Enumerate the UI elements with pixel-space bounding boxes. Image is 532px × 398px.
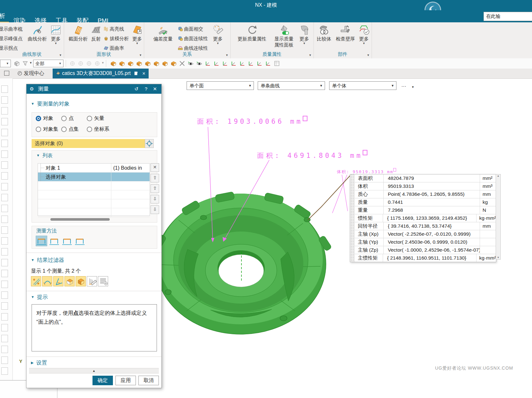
list-row-select-object[interactable]: 选择对象 — [38, 173, 150, 181]
filter-radius-icon[interactable] — [42, 276, 52, 286]
close-icon[interactable]: ✕ — [153, 84, 157, 94]
eye-icon[interactable] — [187, 60, 194, 67]
window-restore-icon[interactable] — [4, 71, 9, 76]
select-object-bar[interactable]: 选择对象 (0) — [32, 139, 147, 148]
snap-point-button[interactable] — [145, 139, 154, 148]
gear-icon[interactable]: ⚙ — [30, 84, 34, 94]
corner-cube-icon[interactable] — [118, 60, 125, 67]
scope-select-single-body[interactable]: 单个体▼ — [329, 81, 396, 90]
group-caret-icon[interactable]: ▼ — [59, 54, 62, 57]
filter-volume-icon[interactable] — [76, 276, 86, 286]
flange-cube-icon[interactable] — [136, 60, 143, 67]
rib-cube-icon[interactable] — [161, 60, 168, 67]
move-up-icon[interactable]: ⇧ — [151, 184, 159, 193]
check-wall-thickness-button[interactable]: 检查壁厚 — [333, 23, 358, 42]
radio-csys[interactable]: 坐标系 — [87, 126, 109, 133]
filter-angle-icon[interactable] — [53, 276, 63, 286]
grid-box-icon[interactable] — [273, 60, 280, 67]
menu-tab-analysis-partial[interactable]: 析 — [0, 10, 9, 23]
selection-cube-icon[interactable] — [13, 60, 20, 67]
method-spanning-icon[interactable] — [74, 236, 85, 246]
wcs-rotate-icon[interactable] — [230, 60, 237, 67]
hide-cross-icon[interactable] — [179, 60, 186, 67]
part-3d-model[interactable] — [153, 192, 332, 334]
toggle-show-curvature-comb[interactable]: 显示曲率梳 — [0, 24, 23, 34]
assembly-cube-icon[interactable] — [170, 60, 177, 67]
method-free-icon[interactable] — [36, 236, 47, 246]
filter-area-icon[interactable] — [64, 276, 75, 286]
method-chain-icon[interactable] — [61, 236, 73, 246]
filter-measure-fan-icon[interactable] — [87, 276, 97, 286]
radio-point-set[interactable]: 点集 — [61, 126, 79, 133]
move-to-bottom-icon[interactable]: ⇩ — [151, 205, 159, 214]
section-filter-title[interactable]: ▼结果过滤器 — [31, 256, 64, 264]
wcs-origin-icon[interactable] — [213, 60, 220, 67]
section-settings-title[interactable]: ▶设置 — [31, 359, 47, 366]
table-drag-grip[interactable] — [350, 174, 355, 262]
reset-icon[interactable]: ↺ — [134, 84, 138, 94]
remove-item-icon[interactable]: ✕ — [151, 163, 159, 172]
zy-axes-icon[interactable] — [265, 60, 272, 67]
highlight-lines-button[interactable]: 高亮线 — [103, 24, 129, 34]
xc-axes-icon[interactable] — [248, 60, 255, 67]
wcs-drag-icon[interactable] — [204, 60, 211, 67]
face-shape-more-button[interactable]: 更多▼ — [131, 23, 144, 45]
update-mass-properties-button[interactable]: 更新质量属性 — [234, 23, 270, 42]
ok-button[interactable]: 确定 — [92, 376, 113, 385]
compare-bodies-button[interactable]: 比较体 — [315, 23, 333, 42]
filter-annotation-list-icon[interactable] — [98, 276, 108, 286]
group-caret-icon[interactable]: ▼ — [225, 54, 228, 57]
radio-vector[interactable]: 矢量 — [87, 115, 104, 122]
scope-dropdown[interactable]: ▼ — [0, 60, 11, 67]
object-list[interactable]: 对象 1 (1) Bodies in 选择对象 — [38, 163, 150, 216]
surface-continuity-button[interactable]: 曲面连续性 — [178, 34, 208, 43]
relations-more-button[interactable]: 更多▼ — [211, 23, 224, 45]
deviation-gauge-button[interactable]: 偏差度量 — [149, 23, 177, 42]
group-caret-icon[interactable]: ▼ — [367, 54, 370, 57]
toolbar-overflow-button[interactable]: … — [401, 82, 406, 88]
curve-shape-more-button[interactable]: 更多▼ — [49, 23, 62, 45]
toggle-show-peak-points[interactable]: 显示峰值点 — [0, 34, 23, 43]
dialog-title-bar[interactable]: ⚙ 测量 ↺ ? ✕ — [26, 84, 161, 94]
radio-object-set[interactable]: 对象集 — [36, 126, 58, 133]
tab-discover-center[interactable]: 发现中心 — [15, 69, 47, 78]
type-filter-select[interactable]: 全部▼ — [33, 60, 63, 67]
group-caret-icon[interactable]: ▼ — [139, 54, 142, 57]
method-pairs-icon[interactable] — [48, 236, 60, 246]
gear-cube-icon[interactable] — [144, 60, 151, 67]
scroll-down-icon[interactable]: ▼ — [496, 256, 500, 259]
snap-caret-icon[interactable]: ▼ — [101, 61, 104, 64]
wcs-axis-icon[interactable] — [222, 60, 229, 67]
section-list-title[interactable]: ▼列表 — [36, 152, 53, 159]
eye-save-icon[interactable] — [196, 60, 203, 67]
section-objects-title[interactable]: ▼要测量的对象 — [31, 100, 70, 107]
yc-axes-icon[interactable] — [256, 60, 263, 67]
cylinder-cube-icon[interactable] — [127, 60, 134, 67]
list-hscrollbar[interactable] — [50, 218, 110, 221]
show-mass-panel-button[interactable]: 显示质量 属性面板 — [270, 23, 297, 48]
part-more-button[interactable]: 更多▼ — [358, 23, 370, 45]
mass-more-button[interactable]: 更多▼ — [298, 23, 311, 45]
group-caret-icon[interactable]: ▼ — [309, 54, 312, 57]
apply-button[interactable]: 应用 — [115, 376, 136, 385]
draft-analysis-button[interactable]: 拔模分析 — [103, 34, 129, 43]
radio-point[interactable]: 点 — [61, 115, 74, 122]
width-cube-icon[interactable] — [110, 60, 117, 67]
reflection-button[interactable]: 反射 — [89, 23, 103, 42]
filter-caret-icon[interactable]: ▼ — [29, 61, 32, 64]
wcs-cube-icon[interactable] — [239, 60, 246, 67]
scope-select-single-curve[interactable]: 单条曲线▼ — [258, 81, 325, 90]
table-scrollbar[interactable]: ▲ ▼ — [496, 174, 501, 260]
surface-intersection-button[interactable]: 曲面相交 — [178, 24, 208, 34]
selection-filter-icon[interactable] — [22, 60, 29, 67]
list-row-object1[interactable]: 对象 1 (1) Bodies in — [38, 164, 150, 173]
filter-distance-icon[interactable] — [31, 276, 41, 286]
help-icon[interactable]: ? — [145, 84, 147, 94]
close-tab-icon[interactable]: ✕ — [142, 71, 146, 76]
scroll-up-icon[interactable]: ▲ — [496, 174, 500, 177]
overflow-caret-icon[interactable]: ▼ — [411, 85, 414, 89]
section-tips-title[interactable]: ▼提示 — [31, 293, 48, 301]
pull-cube-icon[interactable] — [153, 60, 160, 67]
radio-object[interactable]: 对象 — [36, 115, 53, 122]
command-search-input[interactable]: 在此输 — [484, 12, 532, 21]
